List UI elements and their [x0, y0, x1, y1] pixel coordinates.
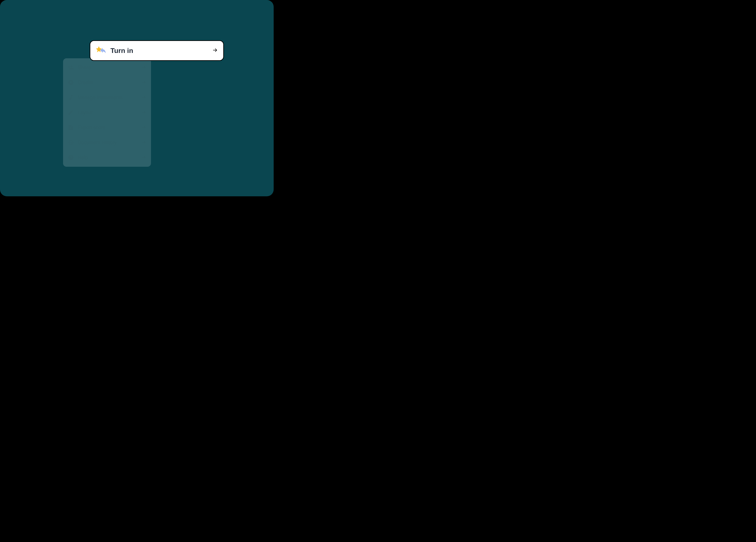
menu-item-label: Export score: [78, 125, 142, 131]
turn-in-label: Turn in: [110, 47, 212, 55]
menu-item-export-score[interactable]: Export score: [63, 120, 151, 135]
file-download-icon: [68, 125, 74, 131]
arrow-right-icon: [212, 47, 218, 54]
arrow-right-icon: [142, 110, 146, 115]
arrow-right-icon: [142, 155, 146, 160]
menu-item-label: Credits: [78, 80, 142, 86]
history-icon: [68, 140, 74, 146]
menu-item-label: Layout: [78, 110, 142, 116]
menu-item-credits[interactable]: Credits: [63, 75, 151, 90]
app-stage: Turn in Share Credits: [0, 0, 274, 196]
menu-item-label: Share: [78, 65, 142, 71]
menu-item-document-history[interactable]: Document History: [63, 135, 151, 150]
arrow-right-icon: [142, 140, 146, 145]
context-menu: Share Credits Manage Instruments: [63, 58, 151, 167]
menu-item-layout[interactable]: Layout: [63, 105, 151, 120]
menu-item-label: Document History: [78, 140, 142, 146]
turn-in-button[interactable]: Turn in: [90, 40, 224, 61]
menu-item-share[interactable]: Share: [63, 60, 151, 75]
star-circle-icon: [68, 80, 74, 86]
menu-item-label: Help: [78, 155, 142, 161]
music-note-icon: [68, 95, 74, 101]
person-add-icon: [68, 65, 74, 71]
help-circle-icon: [68, 155, 74, 161]
menu-item-label: Manage Instruments: [78, 95, 142, 101]
arrow-right-icon: [142, 80, 146, 85]
arrow-right-icon: [142, 65, 146, 70]
arrow-right-icon: [142, 95, 146, 100]
menu-item-help[interactable]: Help: [63, 150, 151, 165]
arrow-right-icon: [142, 125, 146, 130]
pencil-icon: [68, 110, 74, 116]
turn-in-share-icon: [95, 46, 107, 55]
menu-item-manage-instruments[interactable]: Manage Instruments: [63, 90, 151, 105]
